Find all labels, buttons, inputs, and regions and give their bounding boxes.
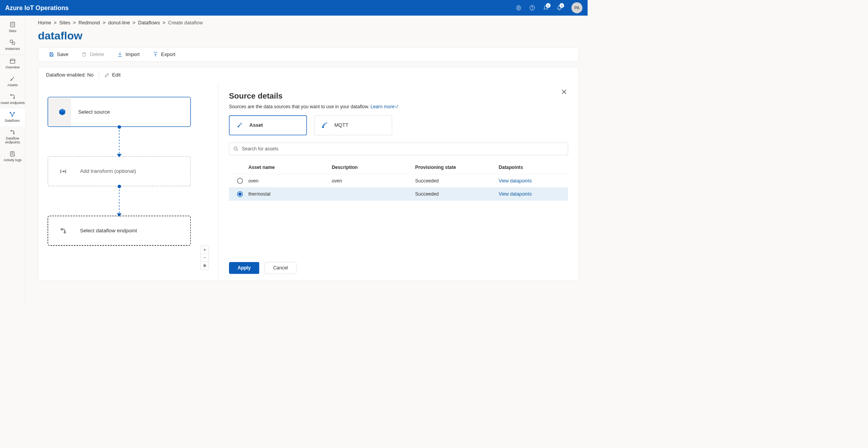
brand-title: Azure IoT Operations [5,4,69,12]
badge-1: 1 [546,3,551,8]
svg-point-13 [14,133,15,134]
cell-state: Succeeded [415,191,498,197]
sidenav-dataflows[interactable]: Dataflows [0,109,25,126]
svg-point-9 [10,112,11,113]
zoom-out-button[interactable]: − [201,254,209,262]
sidenav-label: Dataflows [5,119,20,123]
svg-rect-3 [10,22,15,27]
details-title: Source details [229,92,568,101]
delete-label: Delete [90,51,104,57]
svg-point-10 [14,112,15,113]
table-row[interactable]: oven oven Succeeded View datapoints [229,174,568,187]
apply-button[interactable]: Apply [229,262,259,274]
close-button[interactable] [561,89,568,95]
cell-name: thermostat [248,191,332,197]
endpoint-icon [54,216,73,245]
col-datapoints: Datapoints [498,165,565,170]
svg-point-16 [61,228,63,230]
sidenav-assets[interactable]: Assets [0,73,25,91]
sidenav-sites[interactable]: Sites [0,19,25,37]
details-description: Sources are the data sources that you wa… [229,104,568,109]
avatar[interactable]: PA [571,2,582,13]
search-input[interactable] [229,143,568,155]
type-tab-asset[interactable]: Asset [229,116,307,135]
dataflow-enabled-text: Dataflow enabled: No [46,72,93,78]
type-tab-mqtt[interactable]: MQTT [314,116,392,135]
global-header: Azure IoT Operations 1 1 PA [0,0,588,16]
header-actions: 1 1 PA [515,2,582,13]
learn-more-link[interactable]: Learn more [371,104,399,109]
breadcrumb-current: Create dataflow [168,20,203,26]
notifications-bell-icon[interactable]: 1 [556,5,563,11]
cell-name: oven [248,178,332,184]
sidenav-overview[interactable]: Overview [0,56,25,73]
zoom-control: + − [200,246,209,270]
import-button[interactable]: Import [117,51,139,57]
cancel-button[interactable]: Cancel [264,262,297,274]
node-source-label: Select source [78,109,110,115]
sidenav-dataflow-endpoints[interactable]: Dataflow endpoints [0,126,25,148]
breadcrumb: Home> Sites> Redmond> donut-line> Datafl… [38,20,579,26]
sidenav-activity-logs[interactable]: Activity logs [0,148,25,166]
cell-desc: oven [332,178,415,184]
node-source[interactable]: Select source [47,97,191,127]
sidenav-label: Dataflow endpoints [0,136,25,144]
breadcrumb-item[interactable]: Dataflows [138,20,160,26]
breadcrumb-item[interactable]: Home [38,20,51,26]
badge-2: 1 [559,3,564,8]
asset-table: Asset name Description Provisioning stat… [229,161,568,257]
zoom-fit-button[interactable] [201,262,209,269]
node-endpoint-label: Select dataflow endpoint [80,228,137,234]
sidenav-asset-endpoints[interactable]: Asset endpoints [0,91,25,109]
tab-label: Asset [249,123,263,128]
edit-label: Edit [112,72,120,78]
breadcrumb-item[interactable]: Redmond [78,20,100,26]
svg-point-21 [234,147,237,150]
sidenav-label: Instances [5,46,20,51]
row-radio[interactable] [237,191,243,197]
node-endpoint[interactable]: Select dataflow endpoint [47,216,191,246]
panel-header: Dataflow enabled: No Edit [38,67,578,83]
export-label: Export [161,51,175,57]
col-description: Description [332,165,415,170]
page-title: dataflow [38,29,579,42]
node-transform[interactable]: Add transform (optional) [47,156,191,186]
view-datapoints-link[interactable]: View datapoints [498,178,565,184]
node-transform-label: Add transform (optional) [80,168,136,174]
sidenav-instances[interactable]: Instances [0,37,25,55]
save-label: Save [57,51,68,57]
svg-rect-5 [12,42,15,44]
save-button[interactable]: Save [49,51,68,57]
svg-rect-19 [204,265,205,266]
sidenav-label: Assets [7,83,17,87]
delete-button: Delete [81,51,104,57]
help-icon[interactable] [529,5,535,11]
cell-state: Succeeded [415,178,498,184]
col-asset-name: Asset name [248,165,332,170]
side-nav: Sites Instances Overview Assets Asset en… [0,16,25,303]
dataflow-panel: Dataflow enabled: No Edit Select source [38,67,579,281]
sidenav-label: Activity logs [3,158,21,162]
svg-point-11 [12,116,13,117]
details-footer: Apply Cancel [229,257,568,274]
asset-search [229,143,568,155]
feedback-bell-icon[interactable]: 1 [542,5,549,11]
breadcrumb-item[interactable]: donut-line [108,20,130,26]
svg-point-12 [11,130,12,131]
view-datapoints-link[interactable]: View datapoints [498,191,565,197]
import-label: Import [125,51,139,57]
svg-point-8 [14,98,15,99]
col-provisioning-state: Provisioning state [415,165,498,170]
svg-point-20 [322,126,324,128]
tab-label: MQTT [334,123,348,128]
zoom-in-button[interactable]: + [201,246,209,254]
row-radio[interactable] [237,178,243,184]
export-button[interactable]: Export [153,51,175,57]
edit-button[interactable]: Edit [104,72,120,78]
svg-point-0 [518,7,519,9]
breadcrumb-item[interactable]: Sites [59,20,71,26]
table-row[interactable]: thermostat Succeeded View datapoints [229,187,568,201]
settings-icon[interactable] [515,5,522,11]
toolbar: Save Delete Import Export [38,47,579,62]
source-details-pane: Source details Sources are the data sour… [219,83,578,281]
